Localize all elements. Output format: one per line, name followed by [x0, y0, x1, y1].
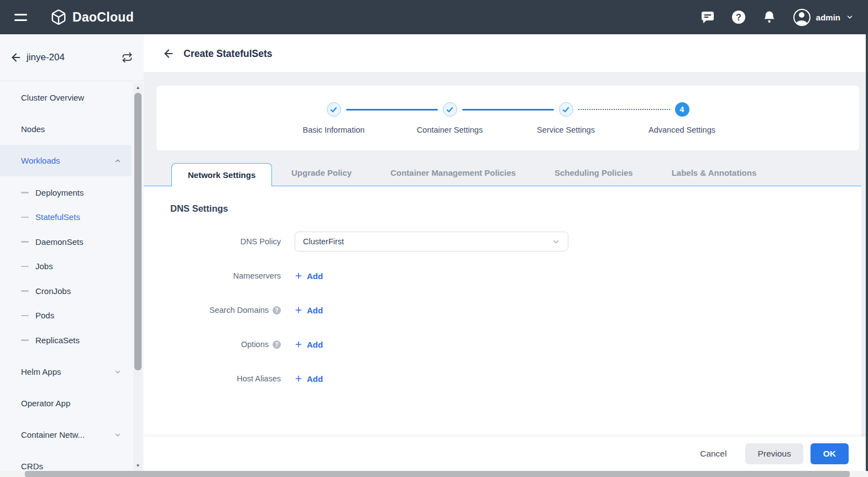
tab-scheduling-policies[interactable]: Scheduling Policies [535, 160, 652, 186]
page-header: Create StatefulSets [144, 34, 866, 72]
add-host-alias-button[interactable]: Add [295, 374, 323, 384]
add-option-button[interactable]: Add [295, 340, 323, 349]
tab-container-management-policies[interactable]: Container Management Policies [371, 160, 535, 186]
dash-icon [21, 266, 29, 268]
previous-button[interactable]: Previous [745, 443, 803, 464]
chevron-down-icon[interactable] [846, 13, 854, 21]
sidebar-item-helm-apps[interactable]: Helm Apps [0, 356, 132, 387]
step-done-icon [443, 102, 457, 117]
step-current-badge: 4 [675, 102, 689, 117]
sidebar-scrollbar-thumb[interactable] [134, 93, 142, 370]
sidebar-item-workloads[interactable]: Workloads [0, 145, 132, 176]
form-row-dns-policy: DNS Policy ClusterFirst [170, 232, 861, 251]
plus-icon [295, 272, 302, 280]
sidebar-item-deployments[interactable]: Deployments [0, 180, 132, 205]
user-name: admin [816, 13, 840, 22]
plus-icon [295, 306, 302, 314]
svg-text:?: ? [736, 13, 741, 22]
form-row-nameservers: Nameservers Add [170, 266, 861, 286]
main-area: Create StatefulSets Basic Information Co… [144, 34, 866, 471]
step-container-settings: Container Settings [392, 102, 508, 134]
step-done-icon [327, 102, 341, 117]
right-edge-strip [866, 34, 868, 471]
step-basic-information: Basic Information [276, 102, 392, 134]
help-icon[interactable]: ? [273, 340, 281, 349]
form-row-host-aliases: Host Aliases Add [170, 369, 861, 389]
sidebar-nav: Cluster Overview Nodes Workloads Deploym… [0, 82, 132, 477]
sidebar-item-jobs[interactable]: Jobs [0, 254, 132, 279]
brand-name: DaoCloud [72, 10, 134, 25]
back-icon[interactable] [10, 51, 22, 64]
sidebar-item-operator-app[interactable]: Operator App [0, 387, 132, 419]
help-icon[interactable]: ? [731, 10, 746, 24]
cluster-name: jinye-204 [27, 52, 65, 63]
sidebar-item-replicasets[interactable]: ReplicaSets [0, 328, 132, 353]
messages-icon[interactable] [700, 10, 715, 24]
form-row-search-domains: Search Domains ? Add [170, 300, 861, 320]
topbar: DaoCloud ? admin [0, 0, 868, 34]
tab-network-settings[interactable]: Network Settings [171, 163, 272, 186]
dash-icon [21, 315, 29, 317]
dash-icon [21, 192, 29, 193]
cancel-button[interactable]: Cancel [700, 449, 726, 459]
plus-icon [295, 340, 302, 348]
form-row-options: Options ? Add [170, 334, 861, 354]
avatar[interactable] [793, 9, 811, 26]
dash-icon [21, 290, 29, 292]
sidebar: jinye-204 Cluster Overview Nodes Workloa… [0, 34, 144, 471]
sidebar-item-pods[interactable]: Pods [0, 303, 132, 328]
notifications-icon[interactable] [762, 10, 777, 24]
chevron-up-icon [114, 157, 122, 165]
stepper: Basic Information Container Settings Ser… [156, 86, 859, 150]
dash-icon [21, 339, 29, 341]
chevron-down-icon [114, 368, 122, 376]
tab-upgrade-policy[interactable]: Upgrade Policy [272, 160, 371, 186]
switch-cluster-icon[interactable] [122, 52, 133, 63]
sidebar-item-nodes[interactable]: Nodes [0, 113, 132, 145]
back-icon[interactable] [163, 48, 175, 60]
sidebar-scrollbar[interactable]: ▲ ▼ [133, 83, 143, 471]
user-menu[interactable]: admin [793, 9, 854, 26]
sidebar-item-statefulsets[interactable]: StatefulSets [0, 205, 132, 230]
dash-icon [21, 241, 29, 243]
dns-policy-value: ClusterFirst [303, 237, 344, 246]
step-service-settings: Service Settings [508, 102, 624, 134]
add-nameserver-button[interactable]: Add [295, 271, 323, 281]
sidebar-item-cluster-overview[interactable]: Cluster Overview [0, 82, 132, 113]
ok-button[interactable]: OK [811, 443, 849, 464]
horizontal-scrollbar-thumb[interactable] [25, 471, 850, 477]
tab-content: DNS Settings DNS Policy ClusterFirst Nam… [144, 186, 861, 437]
dns-policy-select[interactable]: ClusterFirst [295, 232, 568, 251]
step-done-icon [559, 102, 573, 117]
add-search-domain-button[interactable]: Add [295, 306, 323, 315]
chevron-down-icon [114, 431, 122, 439]
sidebar-header: jinye-204 [0, 34, 144, 81]
tab-labels-annotations[interactable]: Labels & Annotations [652, 160, 776, 186]
sidebar-item-cronjobs[interactable]: CronJobs [0, 279, 132, 303]
scroll-up-icon[interactable]: ▲ [133, 84, 143, 92]
dash-icon [21, 217, 29, 218]
tabbar: Network Settings Upgrade Policy Containe… [144, 160, 861, 186]
brand: DaoCloud [50, 9, 134, 25]
sidebar-item-container-network[interactable]: Container Netw... [0, 419, 132, 450]
help-icon[interactable]: ? [273, 306, 281, 314]
chevron-down-icon [552, 238, 560, 246]
step-advanced-settings: 4 Advanced Settings [624, 102, 740, 134]
horizontal-scrollbar[interactable] [0, 471, 868, 477]
page-title: Create StatefulSets [184, 48, 272, 60]
plus-icon [295, 375, 302, 382]
section-title: DNS Settings [170, 203, 861, 214]
sidebar-item-daemonsets[interactable]: DaemonSets [0, 229, 132, 254]
scroll-down-icon[interactable]: ▼ [133, 462, 143, 470]
menu-icon[interactable] [14, 14, 27, 21]
daocloud-logo-icon [50, 9, 67, 25]
action-footer: Cancel Previous OK [144, 437, 866, 471]
